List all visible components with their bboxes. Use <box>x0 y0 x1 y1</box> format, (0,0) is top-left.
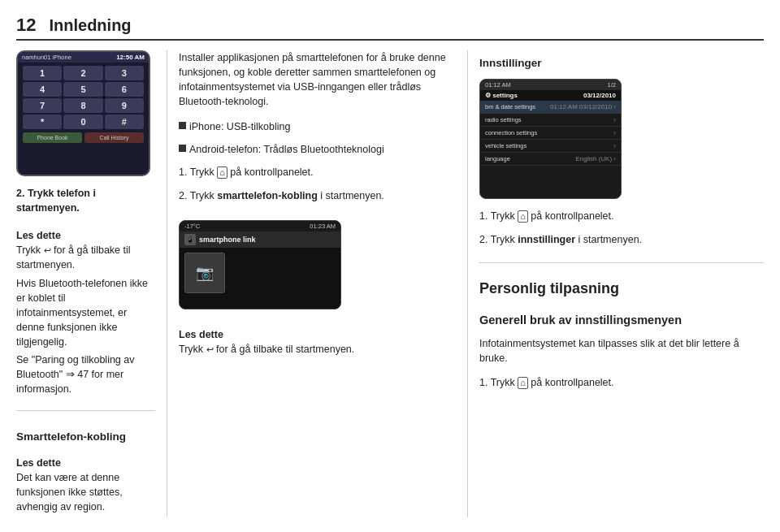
phone-contact-name: namhun01 iPhone <box>22 54 72 61</box>
settings-page: 1/2 <box>608 81 616 89</box>
divider-right <box>479 262 764 263</box>
les-dette-label-1: Les dette <box>16 230 155 241</box>
smartphone-thumbnail: 📷 <box>184 253 225 293</box>
settings-item-datetime: bm & date settings 01:12 AM 03/12/2010 › <box>480 101 621 114</box>
smartphone-link-title: smartphone link <box>199 236 256 244</box>
smartphone-content: 📷 <box>180 248 340 298</box>
les-dette-label-2: Les dette <box>16 457 155 469</box>
divider-1 <box>16 410 155 411</box>
right-step2: 2. Trykk innstillinger i startmenyen. <box>479 232 764 247</box>
page-number: 12 <box>16 15 36 36</box>
les-dette-box-2: Les dette Det kan være at denne funksjon… <box>16 457 155 514</box>
phone-key-8: 8 <box>63 98 102 113</box>
column-middle: Installer applikasjonen på smarttelefone… <box>167 50 467 517</box>
phone-key-9: 9 <box>105 98 144 113</box>
settings-item-radio-arrow: › <box>613 116 616 123</box>
settings-item-radio-label: radio settings <box>485 116 522 123</box>
settings-item-language-value: English (UK) › <box>575 155 616 162</box>
right-step2-bold: innstillinger <box>518 234 575 245</box>
personlig-heading: Personlig tilpasning <box>479 279 764 298</box>
install-text: Installer applikasjonen på smarttelefone… <box>179 50 456 110</box>
col-left-intro-text: 2. Trykk telefon i startmenyen. <box>16 186 155 215</box>
les-dette-text-2: Hvis Bluetooth-telefonen ikke er koblet … <box>16 276 155 350</box>
smartphone-placeholder-text <box>230 253 336 258</box>
home-icon-right2: ⌂ <box>518 377 528 389</box>
settings-mockup: 01:12 AM 1/2 ⚙ settings 03/12/2010 bm & … <box>479 79 622 199</box>
phone-key-1: 1 <box>23 66 62 80</box>
mid-step1: 1. Trykk ⌂ på kontrollpanelet. <box>179 165 456 179</box>
generell-subheading: Generell bruk av innstillingsmenyen <box>479 314 764 327</box>
phone-key-2: 2 <box>63 66 102 80</box>
phone-phonebook-button: Phone Book <box>23 132 82 143</box>
settings-time: 01:12 AM <box>485 81 511 89</box>
phone-top-bar: namhun01 iPhone 12:50 AM <box>18 52 149 63</box>
settings-item-language-label: language <box>485 155 510 162</box>
settings-date: 03/12/2010 <box>583 92 616 99</box>
les-dette-text-mid: Trykk ↩ for å gå tilbake til startmenyen… <box>179 342 456 357</box>
les-dette-text-1: Trykk ↩ for å gå tilbake til startmenyen… <box>16 243 155 272</box>
mid-step2-bold: smarttelefon-kobling <box>217 190 318 201</box>
mid-step2: 2. Trykk smarttelefon-kobling i startmen… <box>179 188 456 203</box>
page-title: Innledning <box>49 16 131 35</box>
smartphone-top-bar: -17°C 01:23 AM <box>180 221 340 231</box>
smartphone-mockup-wrapper: -17°C 01:23 AM 📱 smartphone link 📷 <box>179 217 456 313</box>
les-dette-label-mid: Les dette <box>179 329 456 340</box>
bullet-iphone-label: iPhone: USB-tilkobling <box>189 119 290 134</box>
innstillinger-heading: Innstillinger <box>479 57 764 69</box>
les-dette-box-1: Les dette Trykk ↩ for å gå tilbake til s… <box>16 230 155 396</box>
main-content: namhun01 iPhone 12:50 AM 1 2 3 4 5 6 7 8… <box>16 50 764 517</box>
page-header: 12 Innledning <box>16 15 764 41</box>
right-step1: 1. Trykk ⌂ på kontrollpanelet. <box>479 209 764 223</box>
phone-key-4: 4 <box>23 82 62 97</box>
settings-item-connection-arrow: › <box>613 129 616 136</box>
settings-title-bar: ⚙ settings 03/12/2010 <box>480 90 621 101</box>
phone-mockup: namhun01 iPhone 12:50 AM 1 2 3 4 5 6 7 8… <box>16 50 150 176</box>
bullet-square-2 <box>179 145 186 152</box>
phone-time: 12:50 AM <box>116 54 145 61</box>
phone-callhistory-button: Call History <box>84 132 144 143</box>
phone-key-star: * <box>23 115 62 129</box>
smartphone-link-icon: 📱 <box>184 234 196 245</box>
column-right: Innstillinger 01:12 AM 1/2 ⚙ settings 03… <box>467 50 764 517</box>
settings-title: ⚙ settings <box>485 92 518 99</box>
column-left: namhun01 iPhone 12:50 AM 1 2 3 4 5 6 7 8… <box>16 50 167 517</box>
settings-item-vehicle-arrow: › <box>613 142 616 149</box>
bullet-item-iphone: iPhone: USB-tilkobling <box>179 119 456 134</box>
settings-item-vehicle-label: vehicle settings <box>485 142 526 149</box>
settings-item-vehicle: vehicle settings › <box>480 140 621 153</box>
smarttelefon-heading: Smarttelefon-kobling <box>16 430 155 443</box>
page: 12 Innledning namhun01 iPhone 12:50 AM 1… <box>0 0 780 532</box>
right-step-last: 1. Trykk ⌂ på kontrollpanelet. <box>479 375 764 390</box>
phone-key-0: 0 <box>63 115 102 129</box>
settings-top-bar: 01:12 AM 1/2 <box>480 80 621 90</box>
les-dette-text-3: Se "Paring og tilkobling av Bluetooth" ⇒… <box>16 353 155 396</box>
bullet-item-android: Android-telefon: Trådløs Bluetoothteknol… <box>179 142 456 157</box>
phone-key-3: 3 <box>105 66 144 80</box>
settings-item-connection: connection settings › <box>480 127 621 140</box>
bullet-square-1 <box>179 122 186 129</box>
smartphone-temp: -17°C <box>184 223 200 230</box>
generell-text: Infotainmentsystemet kan tilpasses slik … <box>479 336 764 365</box>
settings-item-datetime-value: 01:12 AM 03/12/2010 › <box>550 103 616 110</box>
settings-item-connection-label: connection settings <box>485 129 537 136</box>
smartphone-time: 01:23 AM <box>310 223 336 230</box>
phone-bottom-buttons: Phone Book Call History <box>18 131 149 145</box>
settings-item-radio: radio settings › <box>480 114 621 127</box>
smartphone-mockup: -17°C 01:23 AM 📱 smartphone link 📷 <box>179 220 341 309</box>
phone-key-7: 7 <box>23 98 62 113</box>
les-dette-box-mid: Les dette Trykk ↩ for å gå tilbake til s… <box>179 329 456 357</box>
home-icon-right1: ⌂ <box>518 210 528 223</box>
les-dette-text-4: Det kan være at denne funksjonen ikke st… <box>16 470 155 514</box>
bullet-android-label: Android-telefon: Trådløs Bluetoothteknol… <box>189 142 384 157</box>
back-arrow-icon-1: ↩ <box>44 244 51 257</box>
back-arrow-icon-mid: ↩ <box>206 344 214 357</box>
phone-key-6: 6 <box>105 82 144 97</box>
phone-key-hash: # <box>105 115 144 129</box>
step2-text: 2. Trykk telefon i startmenyen. <box>16 188 96 214</box>
settings-item-language: language English (UK) › <box>480 153 621 166</box>
home-icon-mid: ⌂ <box>217 167 228 179</box>
phone-keypad: 1 2 3 4 5 6 7 8 9 * 0 # <box>18 63 149 131</box>
smartphone-title-bar: 📱 smartphone link <box>180 231 340 248</box>
settings-item-datetime-label: bm & date settings <box>485 103 535 110</box>
phone-key-5: 5 <box>63 82 102 97</box>
